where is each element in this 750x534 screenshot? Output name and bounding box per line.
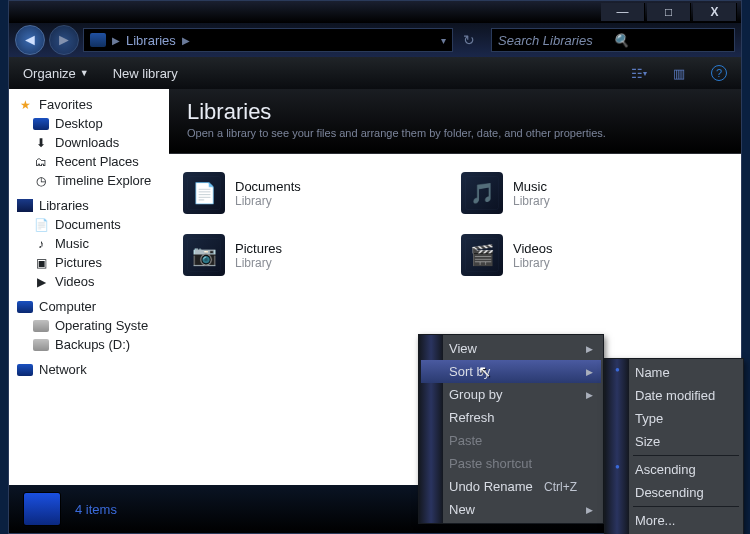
downloads-icon: ⬇ xyxy=(33,136,49,150)
status-text: 4 items xyxy=(75,502,117,517)
search-icon: 🔍 xyxy=(613,33,728,48)
libraries-icon xyxy=(17,199,33,212)
refresh-button[interactable]: ↻ xyxy=(457,28,481,52)
sidebar-item-osdrive[interactable]: Operating Syste xyxy=(9,316,169,335)
menu-item-group-by[interactable]: Group by▶ xyxy=(421,383,601,406)
library-icon: 📷 xyxy=(183,234,225,276)
star-icon: ★ xyxy=(17,98,33,112)
view-options-button[interactable]: ☷ ▾ xyxy=(631,65,647,81)
sidebar-network-header[interactable]: Network xyxy=(9,360,169,379)
drive-icon xyxy=(33,320,49,332)
maximize-button[interactable]: □ xyxy=(647,3,691,21)
library-item-pictures[interactable]: 📷 Pictures Library xyxy=(183,234,449,276)
menu-item-new[interactable]: New▶ xyxy=(421,498,601,521)
search-placeholder: Search Libraries xyxy=(498,33,613,48)
content-header: Libraries Open a library to see your fil… xyxy=(169,89,741,154)
sort-item-date-modified[interactable]: Date modified xyxy=(607,384,741,407)
sidebar-item-pictures[interactable]: ▣Pictures xyxy=(9,253,169,272)
drive-icon xyxy=(33,339,49,351)
library-item-music[interactable]: 🎵 Music Library xyxy=(461,172,727,214)
search-input[interactable]: Search Libraries 🔍 xyxy=(491,28,735,52)
library-name: Music xyxy=(513,179,550,194)
page-subtitle: Open a library to see your files and arr… xyxy=(187,127,723,139)
recent-icon: 🗂 xyxy=(33,155,49,169)
sort-item-name[interactable]: Name xyxy=(607,361,741,384)
preview-pane-button[interactable]: ▥ xyxy=(671,65,687,81)
menu-item-sort-by[interactable]: Sort by▶ xyxy=(421,360,601,383)
status-icon xyxy=(23,492,61,526)
sidebar-computer-header[interactable]: Computer xyxy=(9,297,169,316)
library-item-documents[interactable]: 📄 Documents Library xyxy=(183,172,449,214)
back-button[interactable]: ◄ xyxy=(15,25,45,55)
sidebar: ★Favorites Desktop ⬇Downloads 🗂Recent Pl… xyxy=(9,89,169,519)
sidebar-item-timeline[interactable]: ◷Timeline Explore xyxy=(9,171,169,190)
sidebar-item-videos[interactable]: ▶Videos xyxy=(9,272,169,291)
sort-item-size[interactable]: Size xyxy=(607,430,741,453)
network-icon xyxy=(17,364,33,376)
forward-button[interactable]: ► xyxy=(49,25,79,55)
sort-item-ascending[interactable]: Ascending xyxy=(607,458,741,481)
library-icon: 🎵 xyxy=(461,172,503,214)
context-menu[interactable]: View▶Sort by▶Group by▶RefreshPastePaste … xyxy=(418,334,604,524)
organize-menu[interactable]: Organize▼ xyxy=(23,66,89,81)
sidebar-item-backups[interactable]: Backups (D:) xyxy=(9,335,169,354)
navbar: ◄ ► ▶ Libraries ▶ ▾ ↻ Search Libraries 🔍 xyxy=(9,23,741,57)
close-button[interactable]: X xyxy=(693,3,737,21)
pictures-icon: ▣ xyxy=(33,256,49,270)
library-icon: 📄 xyxy=(183,172,225,214)
chevron-right-icon: ▶ xyxy=(112,35,120,46)
library-sublabel: Library xyxy=(513,194,550,208)
clock-icon: ◷ xyxy=(33,174,49,188)
menu-item-paste-shortcut: Paste shortcut xyxy=(421,452,601,475)
new-library-button[interactable]: New library xyxy=(113,66,178,81)
breadcrumb-label: Libraries xyxy=(126,33,176,48)
library-name: Videos xyxy=(513,241,553,256)
sidebar-favorites-header[interactable]: ★Favorites xyxy=(9,95,169,114)
library-item-videos[interactable]: 🎬 Videos Library xyxy=(461,234,727,276)
breadcrumb-dropdown-icon[interactable]: ▾ xyxy=(441,35,446,46)
sidebar-item-desktop[interactable]: Desktop xyxy=(9,114,169,133)
menu-item-view[interactable]: View▶ xyxy=(421,337,601,360)
page-title: Libraries xyxy=(187,99,723,125)
sidebar-libraries-header[interactable]: Libraries xyxy=(9,196,169,215)
library-icon: 🎬 xyxy=(461,234,503,276)
help-button[interactable]: ? xyxy=(711,65,727,81)
breadcrumb[interactable]: ▶ Libraries ▶ ▾ xyxy=(83,28,453,52)
sidebar-item-music[interactable]: ♪Music xyxy=(9,234,169,253)
toolbar: Organize▼ New library ☷ ▾ ▥ ? xyxy=(9,57,741,89)
desktop-icon xyxy=(33,118,49,130)
library-name: Documents xyxy=(235,179,301,194)
sort-item-descending[interactable]: Descending xyxy=(607,481,741,504)
chevron-right-icon: ▶ xyxy=(182,35,190,46)
sidebar-item-documents[interactable]: 📄Documents xyxy=(9,215,169,234)
minimize-button[interactable]: — xyxy=(601,3,645,21)
library-sublabel: Library xyxy=(235,256,282,270)
library-name: Pictures xyxy=(235,241,282,256)
music-icon: ♪ xyxy=(33,237,49,251)
videos-icon: ▶ xyxy=(33,275,49,289)
libraries-icon xyxy=(90,33,106,47)
titlebar: — □ X xyxy=(9,1,741,23)
library-sublabel: Library xyxy=(513,256,553,270)
sidebar-item-recent[interactable]: 🗂Recent Places xyxy=(9,152,169,171)
sort-item-type[interactable]: Type xyxy=(607,407,741,430)
menu-item-paste: Paste xyxy=(421,429,601,452)
sidebar-item-downloads[interactable]: ⬇Downloads xyxy=(9,133,169,152)
sort-item-more-[interactable]: More... xyxy=(607,509,741,532)
menu-item-undo-rename[interactable]: Undo RenameCtrl+Z xyxy=(421,475,601,498)
menu-item-refresh[interactable]: Refresh xyxy=(421,406,601,429)
library-sublabel: Library xyxy=(235,194,301,208)
documents-icon: 📄 xyxy=(33,218,49,232)
computer-icon xyxy=(17,301,33,313)
sort-by-submenu[interactable]: NameDate modifiedTypeSizeAscendingDescen… xyxy=(604,358,744,534)
